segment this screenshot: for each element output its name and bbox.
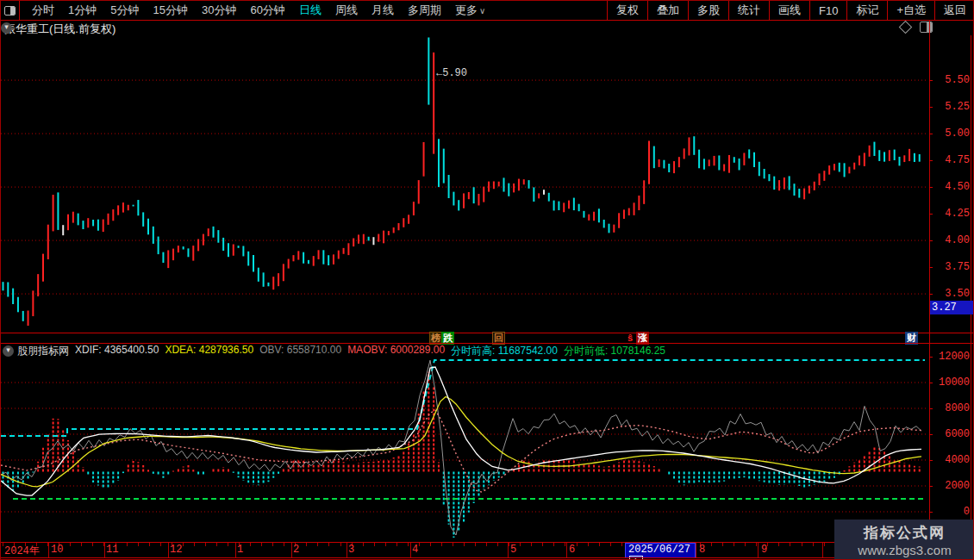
price-axis-label: 4.50 bbox=[932, 181, 970, 193]
window-split-icon[interactable] bbox=[920, 22, 933, 33]
week-tick bbox=[430, 543, 431, 546]
svg-text:←5.90: ←5.90 bbox=[436, 67, 467, 79]
date-label: 11 bbox=[106, 544, 118, 556]
period-tab-7[interactable]: 日线 bbox=[292, 3, 328, 18]
week-tick bbox=[374, 543, 375, 546]
axis-tick bbox=[929, 486, 933, 487]
date-label: 12 bbox=[170, 544, 182, 556]
week-tick bbox=[261, 543, 262, 546]
period-tab-3[interactable]: 5分钟 bbox=[103, 3, 146, 18]
week-tick bbox=[588, 543, 589, 546]
week-tick bbox=[328, 543, 329, 546]
watermark-title: 指标公式网 bbox=[864, 523, 946, 543]
period-tab-4[interactable]: 15分钟 bbox=[146, 3, 194, 18]
window-layout-button[interactable] bbox=[1, 1, 20, 20]
date-label: 3 bbox=[348, 544, 354, 556]
week-tick bbox=[745, 543, 746, 546]
period-tab-2[interactable]: 1分钟 bbox=[61, 3, 103, 18]
toolbar-button-3[interactable]: 多股 bbox=[688, 1, 728, 20]
axis-tick bbox=[929, 240, 933, 241]
candlestick-chart[interactable]: ←5.90←3.23 bbox=[1, 35, 927, 333]
price-axis-label: 5.00 bbox=[932, 128, 970, 140]
week-tick bbox=[408, 543, 409, 546]
axis-tick bbox=[929, 134, 933, 134]
toolbar-button-6[interactable]: F10 bbox=[809, 1, 846, 20]
week-tick bbox=[610, 543, 611, 546]
axis-tick bbox=[929, 383, 933, 383]
week-tick bbox=[183, 543, 184, 546]
week-tick bbox=[205, 543, 206, 546]
period-tab-5[interactable]: 30分钟 bbox=[195, 3, 243, 18]
week-tick bbox=[542, 543, 543, 546]
toolbar-button-8[interactable]: +自选 bbox=[887, 1, 934, 20]
period-tab-8[interactable]: 周线 bbox=[328, 3, 365, 18]
week-tick bbox=[520, 543, 521, 546]
chevron-circle-icon[interactable]: ▾ bbox=[1, 22, 12, 34]
week-tick bbox=[216, 543, 217, 546]
axis-tick bbox=[929, 434, 933, 435]
title-bar: 振华重工(日线.前复权) ▾ bbox=[1, 21, 974, 35]
period-tab-1[interactable]: 分时 bbox=[25, 3, 61, 18]
week-tick bbox=[228, 543, 228, 546]
week-tick bbox=[599, 543, 600, 546]
week-tick bbox=[486, 543, 487, 546]
week-tick bbox=[464, 543, 465, 546]
month-separator bbox=[168, 543, 169, 557]
indicator-field: 分时前高: 11687542.00 bbox=[451, 344, 558, 358]
month-separator bbox=[758, 543, 759, 557]
indicator-header: ▾ 股朋指标网 XDIF: 4365400.50XDEA: 4287936.50… bbox=[1, 344, 927, 358]
indicator-axis-label: 8000 bbox=[932, 402, 970, 414]
month-separator bbox=[291, 543, 292, 557]
toolbar-button-5[interactable]: 画线 bbox=[769, 1, 809, 20]
week-tick bbox=[475, 543, 476, 546]
week-tick bbox=[497, 543, 498, 546]
month-separator bbox=[347, 543, 347, 557]
month-separator bbox=[104, 543, 105, 557]
period-tab-9[interactable]: 月线 bbox=[365, 3, 401, 18]
indicator-name[interactable]: 股朋指标网 bbox=[17, 344, 69, 358]
period-tab-10[interactable]: 多周期 bbox=[401, 3, 448, 18]
date-axis: 2024年101112123456892025/06/27五 bbox=[1, 543, 974, 557]
chevron-circle-icon[interactable]: ▾ bbox=[3, 345, 14, 357]
week-tick bbox=[419, 543, 420, 546]
axis-tick bbox=[929, 107, 933, 108]
toolbar-button-4[interactable]: 统计 bbox=[728, 1, 769, 20]
date-label: 2024年 bbox=[4, 544, 40, 558]
week-tick bbox=[824, 543, 825, 546]
axis-tick bbox=[929, 267, 933, 268]
date-label: 9 bbox=[761, 544, 767, 556]
week-tick bbox=[790, 543, 790, 546]
divider bbox=[1, 557, 974, 558]
toolbar-button-7[interactable]: 标记 bbox=[846, 1, 887, 20]
week-tick bbox=[272, 543, 273, 546]
indicator-axis-label: 2000 bbox=[932, 480, 970, 492]
period-tab-11[interactable]: 更多∨ bbox=[448, 3, 492, 18]
indicator-axis-label: 6000 bbox=[932, 428, 970, 440]
week-tick bbox=[160, 543, 161, 546]
week-tick bbox=[340, 543, 341, 546]
week-tick bbox=[70, 543, 71, 546]
week-tick bbox=[250, 543, 251, 546]
week-tick bbox=[802, 543, 802, 546]
week-tick bbox=[92, 543, 93, 546]
top-toolbar: 分时1分钟5分钟15分钟30分钟60分钟日线周线月线多周期更多∨ 复权叠加多股统… bbox=[1, 1, 974, 21]
toolbar-button-9[interactable]: 返回 bbox=[934, 1, 974, 20]
week-tick bbox=[577, 543, 578, 546]
axis-border-outer bbox=[971, 35, 971, 557]
week-tick bbox=[565, 543, 565, 546]
indicator-axis-label: 4000 bbox=[932, 454, 970, 466]
indicator-field: XDEA: 4287936.50 bbox=[165, 344, 253, 358]
toolbar-button-1[interactable]: 复权 bbox=[607, 1, 647, 20]
toolbar-button-2[interactable]: 叠加 bbox=[647, 1, 688, 20]
period-tab-6[interactable]: 60分钟 bbox=[243, 3, 291, 18]
axis-tick bbox=[929, 80, 933, 81]
current-date-box: 2025/06/27五 bbox=[625, 543, 696, 558]
indicator-chart[interactable] bbox=[1, 358, 927, 542]
month-separator bbox=[410, 543, 411, 557]
month-separator bbox=[508, 543, 509, 557]
date-label: 8 bbox=[699, 544, 705, 556]
date-label: 2 bbox=[293, 544, 299, 556]
axis-tick bbox=[929, 512, 933, 513]
diamond-icon[interactable] bbox=[899, 21, 913, 34]
date-label: 1 bbox=[237, 544, 243, 556]
